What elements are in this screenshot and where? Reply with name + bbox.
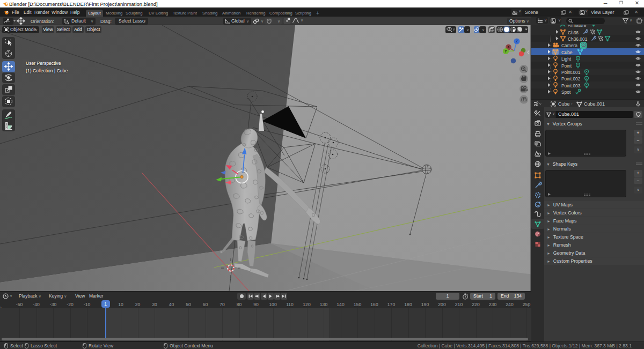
svg-text:Point.001: Point.001	[561, 70, 581, 75]
svg-text:Point.002: Point.002	[561, 76, 581, 81]
svg-text:Armature: Armature	[568, 25, 587, 28]
svg-text:Y: Y	[504, 49, 507, 53]
svg-text:Light: Light	[561, 56, 572, 62]
svg-text:Point: Point	[561, 63, 572, 69]
svg-text:Camera: Camera	[561, 43, 577, 48]
svg-text:X: X	[507, 45, 510, 49]
svg-text:Ch36.001: Ch36.001	[568, 36, 588, 42]
svg-text:Point.003: Point.003	[561, 83, 581, 88]
svg-text:Ch36: Ch36	[568, 30, 579, 35]
svg-text:Spot: Spot	[561, 90, 571, 95]
svg-text:Cube: Cube	[561, 50, 573, 55]
svg-text:Z: Z	[516, 39, 518, 43]
